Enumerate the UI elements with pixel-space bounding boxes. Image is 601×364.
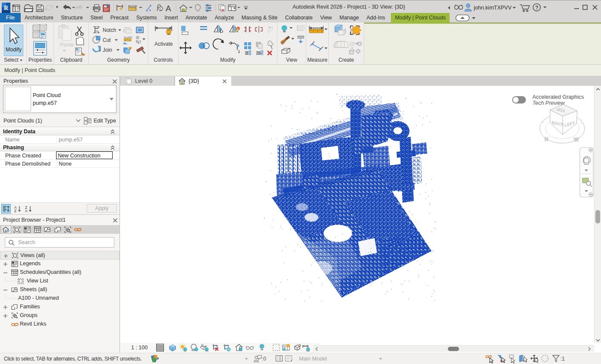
svg-text:Cut: Cut [103,37,111,43]
svg-text:Join: Join [103,47,112,53]
svg-text:Main Model: Main Model [299,356,327,362]
svg-text:1: 1 [160,7,162,11]
svg-text:Paste: Paste [60,42,74,48]
svg-text:W: W [574,137,579,143]
svg-text:A: A [25,209,28,213]
svg-text:Activate: Activate [154,41,173,47]
svg-text:Modify: Modify [6,47,22,53]
svg-text:?: ? [535,5,538,11]
svg-text:Z: Z [14,209,16,213]
svg-text:N: N [544,136,548,142]
svg-text:1 : 100: 1 : 100 [131,345,148,351]
svg-text:Notch: Notch [103,27,116,33]
svg-text:R: R [4,5,9,11]
svg-text:A: A [166,4,171,13]
svg-text::0: :0 [262,356,266,362]
svg-text::1: :1 [560,356,565,362]
svg-text:john.kimTXPVV: john.kimTXPVV [473,5,512,11]
